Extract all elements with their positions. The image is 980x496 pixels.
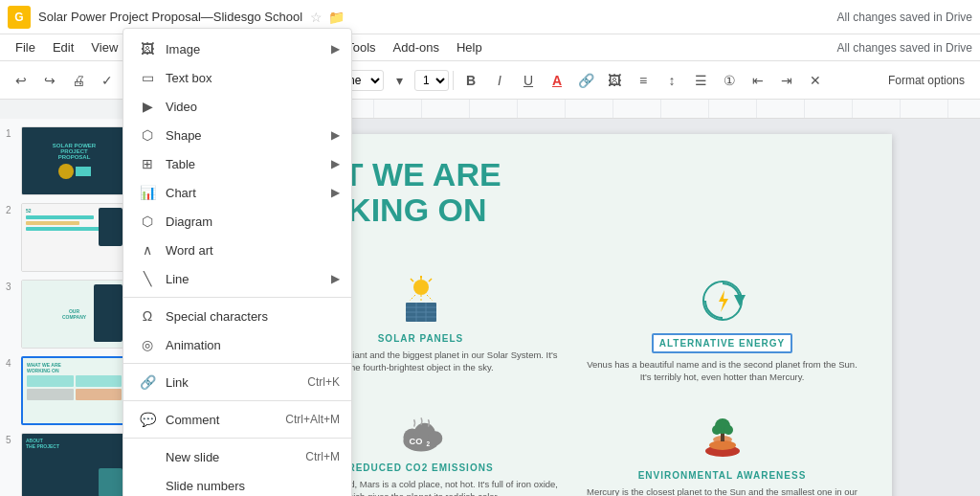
menu-sep-3 xyxy=(123,400,351,401)
link-shortcut: Ctrl+K xyxy=(307,375,340,389)
slidenumbers-icon xyxy=(139,477,156,494)
menu-item-specialchars-label: Special characters xyxy=(166,309,268,324)
menu-item-video[interactable]: ▶ Video xyxy=(123,92,351,121)
menu-item-video-label: Video xyxy=(166,100,197,114)
menu-item-animation[interactable]: ◎ Animation xyxy=(123,330,351,359)
menu-sep-2 xyxy=(123,363,351,364)
animation-icon: ◎ xyxy=(139,336,156,353)
newslide-icon xyxy=(139,448,156,465)
menu-item-newslide-label: New slide xyxy=(166,450,219,464)
menu-item-textbox[interactable]: ▭ Text box xyxy=(123,63,351,92)
menu-item-diagram[interactable]: ⬡ Diagram xyxy=(123,207,351,236)
menu-item-chart-label: Chart xyxy=(166,186,196,200)
table-arrow-icon: ▶ xyxy=(331,157,340,170)
shape-icon: ⬡ xyxy=(139,126,156,144)
menu-item-table-label: Table xyxy=(166,157,195,171)
menu-item-table[interactable]: ⊞ Table ▶ xyxy=(123,149,351,178)
wordart-icon: ∧ xyxy=(139,241,156,259)
menu-item-shape-label: Shape xyxy=(166,128,202,143)
comment-shortcut: Ctrl+Alt+M xyxy=(285,413,340,426)
textbox-icon: ▭ xyxy=(139,69,156,86)
menu-item-animation-label: Animation xyxy=(166,338,221,352)
shape-arrow-icon: ▶ xyxy=(331,128,340,142)
menu-item-slidenumbers-label: Slide numbers xyxy=(166,479,245,493)
chart-arrow-icon: ▶ xyxy=(331,186,340,199)
menu-item-image[interactable]: 🖼 Image ▶ xyxy=(123,34,351,63)
dropdown-overlay: 🖼 Image ▶ ▭ Text box ▶ Video ⬡ Shape ▶ ⊞… xyxy=(0,0,980,496)
menu-item-chart[interactable]: 📊 Chart ▶ xyxy=(123,178,351,207)
image-arrow-icon: ▶ xyxy=(331,42,340,56)
menu-item-diagram-label: Diagram xyxy=(166,214,212,229)
menu-sep-1 xyxy=(123,297,351,298)
menu-item-slidenumbers[interactable]: Slide numbers xyxy=(123,471,351,496)
menu-item-line-label: Line xyxy=(166,272,189,286)
table-icon: ⊞ xyxy=(139,155,156,172)
menu-item-wordart-label: Word art xyxy=(166,243,213,258)
menu-sep-4 xyxy=(123,438,351,439)
image-icon: 🖼 xyxy=(139,40,156,57)
chart-icon: 📊 xyxy=(139,184,156,201)
menu-item-specialchars[interactable]: Ω Special characters xyxy=(123,302,351,330)
menu-item-newslide[interactable]: New slide Ctrl+M xyxy=(123,442,351,471)
newslide-shortcut: Ctrl+M xyxy=(305,450,340,463)
menu-item-comment-label: Comment xyxy=(166,413,219,427)
link-icon: 🔗 xyxy=(139,373,156,391)
line-icon: ╲ xyxy=(139,270,156,287)
menu-item-textbox-label: Text box xyxy=(166,71,212,85)
comment-icon: 💬 xyxy=(139,411,156,428)
menu-item-line[interactable]: ╲ Line ▶ xyxy=(123,264,351,293)
menu-item-wordart[interactable]: ∧ Word art xyxy=(123,236,351,264)
menu-item-image-label: Image xyxy=(166,42,200,56)
insert-dropdown-menu: 🖼 Image ▶ ▭ Text box ▶ Video ⬡ Shape ▶ ⊞… xyxy=(122,28,352,496)
specialchars-icon: Ω xyxy=(139,307,156,325)
menu-item-shape[interactable]: ⬡ Shape ▶ xyxy=(123,121,351,149)
menu-item-comment[interactable]: 💬 Comment Ctrl+Alt+M xyxy=(123,405,351,434)
menu-item-link-label: Link xyxy=(166,375,189,390)
video-icon: ▶ xyxy=(139,98,156,115)
line-arrow-icon: ▶ xyxy=(331,272,340,285)
menu-item-link[interactable]: 🔗 Link Ctrl+K xyxy=(123,368,351,396)
diagram-icon: ⬡ xyxy=(139,213,156,230)
